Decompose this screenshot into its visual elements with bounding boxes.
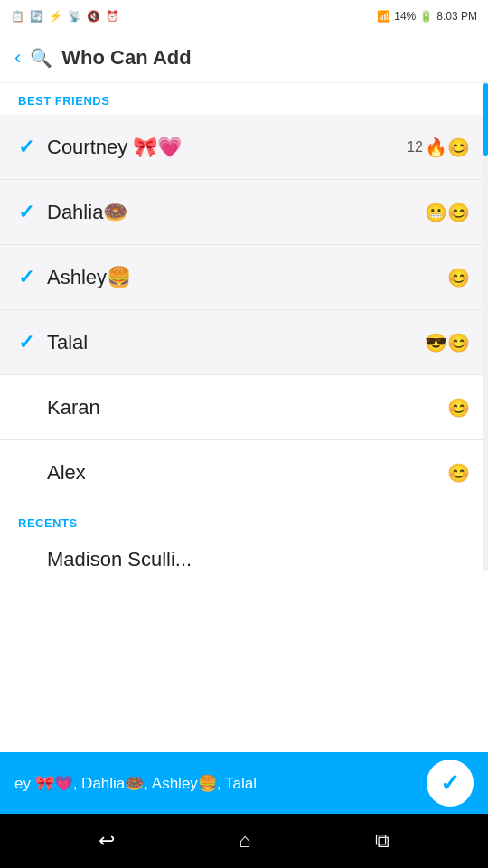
nav-back-icon[interactable]: ↩ [99, 829, 115, 853]
checkmark-ashley: ✓ [18, 266, 47, 289]
contact-name-karan: Karan [47, 396, 447, 420]
signal-icon: 📶 [377, 10, 390, 23]
list-item[interactable]: Karan 😊 [0, 375, 488, 440]
bluetooth-icon: ⚡ [49, 10, 62, 23]
mute-icon: 🔇 [87, 10, 100, 23]
sim-icon: 📋 [11, 10, 24, 23]
battery-icon: 🔋 [419, 10, 433, 23]
header: ‹ 🔍 Who Can Add [0, 33, 488, 83]
contact-name-ashley: Ashley🍔 [47, 266, 447, 289]
list-item[interactable]: ✓ Talal 😎😊 [0, 310, 488, 375]
score-courtney: 12 [407, 139, 423, 156]
status-bar: 📋 🔄 ⚡ 📡 🔇 ⏰ 📶 14% 🔋 8:03 PM [0, 0, 488, 33]
bottom-summary-bar: ey 🎀💗, Dahlia🍩, Ashley🍔, Talal ✓ [0, 752, 488, 814]
section-header-best-friends: BEST FRIENDS [0, 83, 488, 115]
list-item[interactable]: ✓ Ashley🍔 😊 [0, 245, 488, 310]
list-item[interactable]: ✓ Courtney 🎀💗 12 🔥😊 [0, 115, 488, 180]
confirm-button[interactable]: ✓ [427, 760, 474, 807]
contact-name-courtney: Courtney 🎀💗 [47, 136, 407, 159]
checkmark-talal: ✓ [18, 331, 47, 354]
contact-name-dahlia: Dahlia🍩 [47, 201, 425, 224]
battery-percent: 14% [394, 10, 416, 23]
nav-bar: ↩ ⌂ ⧉ [0, 814, 488, 868]
contact-name-alex: Alex [47, 461, 447, 485]
status-bar-left: 📋 🔄 ⚡ 📡 🔇 ⏰ [11, 10, 119, 23]
list-item-partial[interactable]: Madison Sculli... [0, 537, 488, 582]
checkmark-courtney: ✓ [18, 136, 47, 159]
alarm-icon: ⏰ [106, 10, 119, 23]
confirm-check-icon: ✓ [440, 769, 460, 797]
list-item[interactable]: Alex 😊 [0, 440, 488, 505]
emoji-dahlia: 😬😊 [425, 202, 470, 223]
page-title: Who Can Add [61, 46, 191, 70]
time-display: 8:03 PM [436, 10, 477, 23]
list-item[interactable]: ✓ Dahlia🍩 😬😊 [0, 180, 488, 245]
cast-icon: 📡 [68, 10, 81, 23]
section-header-recents: RECENTS [0, 505, 488, 537]
checkmark-dahlia: ✓ [18, 201, 47, 224]
contact-name-talal: Talal [47, 331, 425, 354]
contact-name-partial: Madison Sculli... [47, 548, 470, 571]
emoji-courtney: 🔥😊 [425, 137, 470, 158]
scrollbar-track[interactable] [483, 83, 488, 571]
emoji-karan: 😊 [447, 397, 470, 419]
emoji-alex: 😊 [447, 462, 470, 484]
back-button[interactable]: ‹ [14, 46, 21, 70]
nav-home-icon[interactable]: ⌂ [239, 829, 250, 853]
refresh-icon: 🔄 [30, 10, 43, 23]
status-bar-right: 📶 14% 🔋 8:03 PM [377, 10, 477, 23]
scrollbar-thumb[interactable] [483, 83, 488, 156]
summary-text: ey 🎀💗, Dahlia🍩, Ashley🍔, Talal [14, 774, 427, 793]
emoji-talal: 😎😊 [425, 332, 470, 354]
nav-recents-icon[interactable]: ⧉ [375, 829, 389, 853]
emoji-ashley: 😊 [447, 267, 470, 288]
search-icon[interactable]: 🔍 [30, 47, 52, 69]
